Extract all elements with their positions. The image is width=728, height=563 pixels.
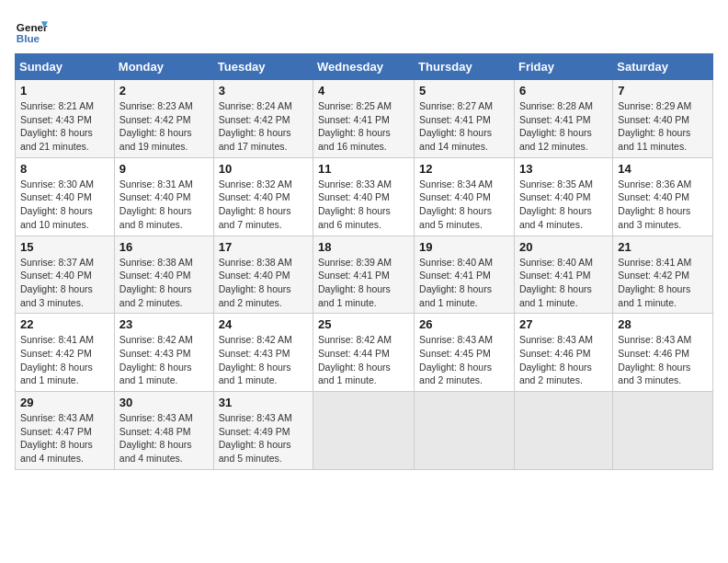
weekday-header: Saturday: [613, 54, 713, 80]
day-info: Sunrise: 8:38 AM Sunset: 4:40 PM Dayligh…: [119, 256, 209, 310]
day-info: Sunrise: 8:28 AM Sunset: 4:41 PM Dayligh…: [519, 99, 608, 154]
day-info: Sunrise: 8:41 AM Sunset: 4:42 PM Dayligh…: [618, 256, 708, 310]
day-number: 4: [318, 84, 409, 98]
day-number: 12: [419, 162, 509, 176]
calendar-cell: 28Sunrise: 8:43 AM Sunset: 4:46 PM Dayli…: [613, 314, 713, 392]
day-number: 27: [519, 317, 608, 331]
day-info: Sunrise: 8:43 AM Sunset: 4:49 PM Dayligh…: [219, 411, 308, 465]
day-info: Sunrise: 8:21 AM Sunset: 4:43 PM Dayligh…: [20, 99, 109, 154]
day-number: 7: [618, 84, 708, 98]
calendar-cell: 27Sunrise: 8:43 AM Sunset: 4:46 PM Dayli…: [514, 314, 612, 392]
calendar-cell: 2Sunrise: 8:23 AM Sunset: 4:42 PM Daylig…: [114, 80, 213, 158]
calendar-cell: 26Sunrise: 8:43 AM Sunset: 4:45 PM Dayli…: [415, 314, 515, 392]
day-info: Sunrise: 8:43 AM Sunset: 4:46 PM Dayligh…: [519, 333, 608, 387]
day-number: 17: [219, 240, 308, 254]
day-info: Sunrise: 8:43 AM Sunset: 4:45 PM Dayligh…: [419, 333, 509, 387]
calendar-cell: 9Sunrise: 8:31 AM Sunset: 4:40 PM Daylig…: [114, 157, 213, 236]
day-number: 10: [219, 162, 308, 176]
calendar-cell: 4Sunrise: 8:25 AM Sunset: 4:41 PM Daylig…: [313, 80, 415, 158]
calendar-cell: 7Sunrise: 8:29 AM Sunset: 4:40 PM Daylig…: [613, 80, 713, 158]
calendar-cell: 14Sunrise: 8:36 AM Sunset: 4:40 PM Dayli…: [613, 157, 713, 236]
day-number: 21: [618, 240, 708, 254]
day-info: Sunrise: 8:42 AM Sunset: 4:43 PM Dayligh…: [119, 333, 209, 387]
day-info: Sunrise: 8:37 AM Sunset: 4:40 PM Dayligh…: [20, 256, 109, 310]
day-info: Sunrise: 8:33 AM Sunset: 4:40 PM Dayligh…: [318, 178, 409, 232]
weekday-header: Sunday: [16, 54, 115, 80]
day-number: 8: [20, 162, 109, 176]
day-info: Sunrise: 8:23 AM Sunset: 4:42 PM Dayligh…: [119, 99, 209, 154]
calendar-cell: 12Sunrise: 8:34 AM Sunset: 4:40 PM Dayli…: [415, 157, 515, 236]
calendar-cell: 19Sunrise: 8:40 AM Sunset: 4:41 PM Dayli…: [415, 236, 515, 314]
calendar-cell: 8Sunrise: 8:30 AM Sunset: 4:40 PM Daylig…: [16, 157, 115, 236]
calendar-cell: 20Sunrise: 8:40 AM Sunset: 4:41 PM Dayli…: [514, 236, 612, 314]
day-number: 18: [318, 240, 409, 254]
calendar-cell: 1Sunrise: 8:21 AM Sunset: 4:43 PM Daylig…: [16, 80, 115, 158]
day-number: 3: [219, 84, 308, 98]
day-number: 19: [419, 240, 509, 254]
day-number: 15: [20, 240, 109, 254]
day-info: Sunrise: 8:41 AM Sunset: 4:42 PM Dayligh…: [20, 333, 109, 387]
calendar-cell: 3Sunrise: 8:24 AM Sunset: 4:42 PM Daylig…: [213, 80, 313, 158]
day-number: 22: [20, 317, 109, 331]
calendar-cell: [415, 392, 515, 470]
day-number: 30: [119, 396, 209, 409]
calendar-cell: 5Sunrise: 8:27 AM Sunset: 4:41 PM Daylig…: [415, 80, 515, 158]
weekday-header: Tuesday: [213, 54, 313, 80]
day-number: 5: [419, 84, 509, 98]
day-info: Sunrise: 8:24 AM Sunset: 4:42 PM Dayligh…: [219, 99, 308, 154]
weekday-header: Monday: [114, 54, 213, 80]
calendar-cell: 29Sunrise: 8:43 AM Sunset: 4:47 PM Dayli…: [16, 392, 115, 470]
day-number: 26: [419, 317, 509, 331]
day-info: Sunrise: 8:42 AM Sunset: 4:43 PM Dayligh…: [219, 333, 308, 387]
day-info: Sunrise: 8:39 AM Sunset: 4:41 PM Dayligh…: [318, 256, 409, 310]
day-info: Sunrise: 8:31 AM Sunset: 4:40 PM Dayligh…: [119, 178, 209, 232]
calendar-cell: 23Sunrise: 8:42 AM Sunset: 4:43 PM Dayli…: [114, 314, 213, 392]
day-info: Sunrise: 8:42 AM Sunset: 4:44 PM Dayligh…: [318, 333, 409, 387]
calendar-cell: 31Sunrise: 8:43 AM Sunset: 4:49 PM Dayli…: [213, 392, 313, 470]
weekday-header: Wednesday: [313, 54, 415, 80]
logo-icon: General Blue: [15, 15, 48, 48]
day-number: 28: [618, 317, 708, 331]
calendar-cell: 30Sunrise: 8:43 AM Sunset: 4:48 PM Dayli…: [114, 392, 213, 470]
logo: General Blue: [15, 15, 48, 48]
day-number: 9: [119, 162, 209, 176]
day-number: 2: [119, 84, 209, 98]
day-info: Sunrise: 8:35 AM Sunset: 4:40 PM Dayligh…: [519, 178, 608, 232]
day-info: Sunrise: 8:32 AM Sunset: 4:40 PM Dayligh…: [219, 178, 308, 232]
day-info: Sunrise: 8:43 AM Sunset: 4:48 PM Dayligh…: [119, 411, 209, 465]
day-number: 1: [20, 84, 109, 98]
calendar-cell: 25Sunrise: 8:42 AM Sunset: 4:44 PM Dayli…: [313, 314, 415, 392]
day-info: Sunrise: 8:43 AM Sunset: 4:47 PM Dayligh…: [20, 411, 109, 465]
calendar-cell: 17Sunrise: 8:38 AM Sunset: 4:40 PM Dayli…: [213, 236, 313, 314]
calendar-cell: 16Sunrise: 8:38 AM Sunset: 4:40 PM Dayli…: [114, 236, 213, 314]
calendar-cell: 18Sunrise: 8:39 AM Sunset: 4:41 PM Dayli…: [313, 236, 415, 314]
day-number: 20: [519, 240, 608, 254]
calendar-cell: 6Sunrise: 8:28 AM Sunset: 4:41 PM Daylig…: [514, 80, 612, 158]
day-info: Sunrise: 8:25 AM Sunset: 4:41 PM Dayligh…: [318, 99, 409, 154]
calendar-cell: [514, 392, 612, 470]
calendar-cell: 24Sunrise: 8:42 AM Sunset: 4:43 PM Dayli…: [213, 314, 313, 392]
calendar-cell: 10Sunrise: 8:32 AM Sunset: 4:40 PM Dayli…: [213, 157, 313, 236]
day-number: 24: [219, 317, 308, 331]
day-info: Sunrise: 8:36 AM Sunset: 4:40 PM Dayligh…: [618, 178, 708, 232]
svg-text:Blue: Blue: [17, 32, 40, 44]
day-number: 31: [219, 396, 308, 409]
calendar-cell: 22Sunrise: 8:41 AM Sunset: 4:42 PM Dayli…: [16, 314, 115, 392]
day-number: 14: [618, 162, 708, 176]
day-number: 13: [519, 162, 608, 176]
page-header: General Blue: [15, 15, 713, 48]
day-info: Sunrise: 8:43 AM Sunset: 4:46 PM Dayligh…: [618, 333, 708, 387]
calendar-cell: [613, 392, 713, 470]
calendar-table: SundayMondayTuesdayWednesdayThursdayFrid…: [15, 53, 713, 470]
calendar-cell: 13Sunrise: 8:35 AM Sunset: 4:40 PM Dayli…: [514, 157, 612, 236]
weekday-header: Thursday: [415, 54, 515, 80]
calendar-cell: 21Sunrise: 8:41 AM Sunset: 4:42 PM Dayli…: [613, 236, 713, 314]
day-number: 23: [119, 317, 209, 331]
day-info: Sunrise: 8:27 AM Sunset: 4:41 PM Dayligh…: [419, 99, 509, 154]
calendar-cell: [313, 392, 415, 470]
day-number: 29: [20, 396, 109, 409]
day-info: Sunrise: 8:40 AM Sunset: 4:41 PM Dayligh…: [519, 256, 608, 310]
weekday-header: Friday: [514, 54, 612, 80]
day-info: Sunrise: 8:29 AM Sunset: 4:40 PM Dayligh…: [618, 99, 708, 154]
day-info: Sunrise: 8:38 AM Sunset: 4:40 PM Dayligh…: [219, 256, 308, 310]
